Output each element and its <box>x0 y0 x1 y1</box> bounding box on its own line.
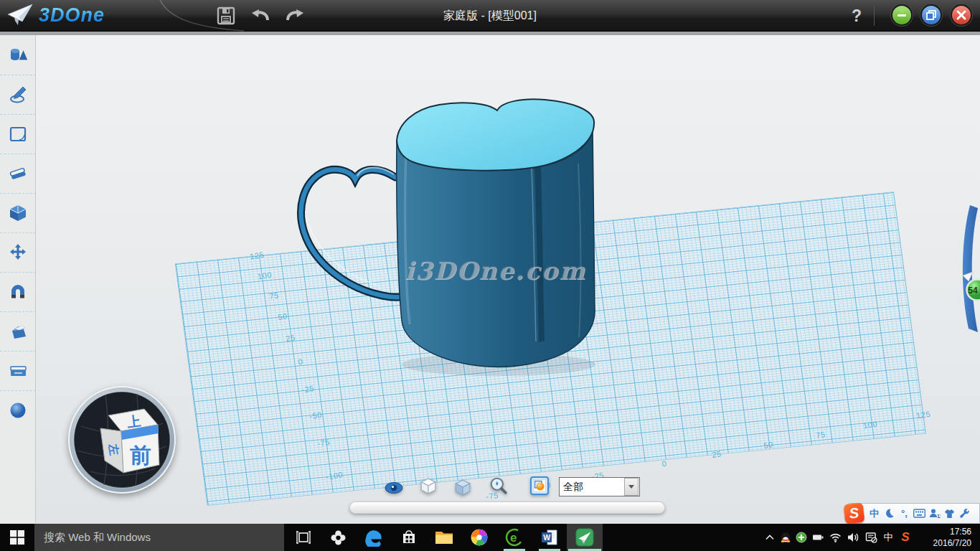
undo-icon <box>250 6 271 26</box>
sogou-mode-toggle[interactable]: 中 <box>867 506 882 522</box>
tray-action-center[interactable] <box>862 524 880 551</box>
app-logo-text: 3DOne <box>39 4 105 27</box>
edge-browser-icon <box>364 528 383 547</box>
skin-shirt-icon[interactable] <box>942 506 957 522</box>
soft-keyboard-icon[interactable] <box>912 506 927 522</box>
view-cube: 上 前 左 <box>71 389 173 491</box>
sidebar-item-move[interactable] <box>0 232 36 272</box>
taskbar-app-edge[interactable] <box>356 524 391 551</box>
solid-primitives-icon <box>9 46 28 65</box>
move-icon <box>9 243 27 262</box>
bottom-scroll-pill[interactable] <box>349 501 665 514</box>
sidebar-item-drawer[interactable] <box>0 351 36 390</box>
wireframe-display-icon <box>419 477 438 496</box>
settings-wrench-icon[interactable] <box>957 506 972 522</box>
redo-button[interactable] <box>284 5 306 27</box>
sketch-draw-icon <box>9 85 27 104</box>
start-button[interactable] <box>0 524 34 551</box>
restore-button[interactable] <box>920 4 942 26</box>
sidebar-item-solid-cube[interactable] <box>0 193 36 232</box>
windows-logo-icon <box>10 530 24 545</box>
sidebar-item-surface[interactable] <box>0 114 36 154</box>
save-icon <box>216 6 236 26</box>
combine-box-icon <box>9 322 28 341</box>
taskbar-app-store[interactable] <box>391 524 426 551</box>
tray-hidden-icons-button[interactable] <box>762 524 778 551</box>
close-icon <box>956 9 967 21</box>
view-cube-front-label: 前 <box>130 443 151 467</box>
taskbar-app-3done-active[interactable] <box>567 524 603 551</box>
punctuation-toggle[interactable]: °, <box>897 506 912 522</box>
taskbar-app-pinwheel[interactable] <box>321 524 356 551</box>
taskbar-app-explorer[interactable] <box>426 524 461 551</box>
task-view-button[interactable] <box>286 524 321 551</box>
mug-top-face[interactable] <box>397 99 594 170</box>
battery-icon <box>812 532 824 543</box>
view-cube-left-label: 左 <box>107 442 121 456</box>
undo-button[interactable] <box>250 5 271 27</box>
minimize-icon <box>896 9 908 21</box>
pinwheel-app-icon <box>329 529 347 547</box>
tray-qq[interactable] <box>778 524 793 551</box>
speaker-icon <box>847 532 859 543</box>
360-color-browser-icon <box>470 528 489 547</box>
shaded-display-button[interactable] <box>453 479 472 497</box>
taskbar-search-box[interactable]: 搜索 Web 和 Windows <box>34 524 284 551</box>
tray-wifi[interactable] <box>826 524 844 551</box>
assistant-flyout-handle[interactable]: 54 <box>963 205 980 332</box>
view-cube-top-label: 上 <box>126 413 141 430</box>
qq-penguin-icon <box>780 532 791 544</box>
tray-battery[interactable] <box>809 524 826 551</box>
taskbar-app-360-browser[interactable] <box>461 524 496 551</box>
taskbar-app-word[interactable]: W <box>532 524 567 551</box>
sidebar-item-magnet[interactable] <box>0 272 36 311</box>
viewport-3d[interactable]: -75-50-2502550751001251251007550250-25-5… <box>36 35 980 524</box>
sidebar-item-render[interactable] <box>0 390 36 430</box>
sidebar-item-eraser[interactable] <box>0 154 36 193</box>
task-view-icon <box>296 531 311 544</box>
visibility-eye-button[interactable] <box>385 480 403 499</box>
titlebar-toolbar <box>215 5 306 27</box>
taskbar-clock[interactable]: 17:56 2016/7/20 <box>915 524 976 551</box>
display-filter-dropdown[interactable]: 全部 <box>559 477 640 496</box>
tray-360-safety[interactable] <box>793 524 809 551</box>
save-button[interactable] <box>215 5 237 27</box>
night-moon-icon[interactable] <box>882 506 897 522</box>
notification-badge[interactable] <box>967 280 980 301</box>
sogou-s-icon: S <box>901 530 909 545</box>
green-e-browser-icon: e <box>505 528 524 547</box>
zoom-view-button[interactable] <box>489 476 508 495</box>
badge-count: 54 <box>968 286 978 296</box>
windows-store-icon <box>400 529 418 546</box>
windows-taskbar: 搜索 Web 和 Windows <box>0 524 980 551</box>
dropdown-arrow-icon[interactable] <box>624 478 639 496</box>
account-person-icon[interactable]: 11 <box>927 506 942 522</box>
tray-volume[interactable] <box>844 524 862 551</box>
shaded-display-icon <box>453 479 472 497</box>
fit-all-button[interactable] <box>530 476 549 495</box>
sidebar-item-sketch[interactable] <box>0 75 36 114</box>
restore-icon <box>925 9 937 21</box>
parts-drawer-icon <box>9 362 28 380</box>
view-cube-navball[interactable]: 上 前 左 <box>68 386 176 494</box>
sidebar-item-combine[interactable] <box>0 311 36 351</box>
taskbar-app-green-e[interactable]: e <box>496 524 532 551</box>
minimize-button[interactable] <box>891 4 913 26</box>
sogou-logo[interactable]: S <box>844 503 865 524</box>
solid-cube-icon <box>9 204 27 222</box>
svg-text:W: W <box>543 533 550 542</box>
tray-sogou[interactable]: S <box>896 524 915 551</box>
close-button[interactable] <box>951 4 972 26</box>
help-button[interactable]: ? <box>847 0 867 32</box>
action-center-icon <box>865 532 877 543</box>
watermark: i3DOne.com <box>362 256 628 285</box>
tray-input-indicator[interactable]: 中 <box>880 524 896 551</box>
sidebar-item-primitives[interactable] <box>0 35 36 75</box>
left-toolbar <box>0 35 36 524</box>
main-content: -75-50-2502550751001251251007550250-25-5… <box>0 32 980 524</box>
chevron-up-icon <box>765 533 775 542</box>
clock-time: 17:56 <box>915 526 971 537</box>
sogou-input-toolbar: S 中 °, 11 <box>847 503 980 524</box>
titlebar: 3DOne 家庭版 - [模型0 <box>0 0 980 32</box>
wireframe-display-button[interactable] <box>419 477 438 496</box>
